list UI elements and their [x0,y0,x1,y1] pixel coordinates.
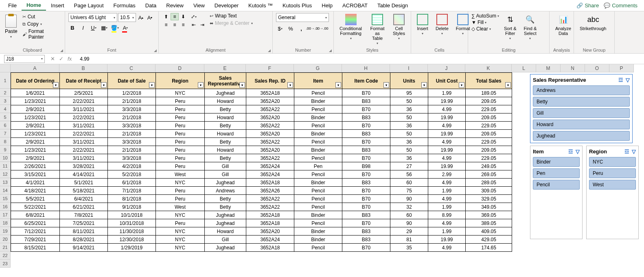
slicer-option[interactable]: Jughead [533,131,630,141]
table-row[interactable]: 2/9/20213/11/20213/3/2018PeruBetty3652A2… [11,154,512,162]
cell[interactable]: 7/12/2021 [11,227,60,236]
cell[interactable]: 3652A24 [246,236,294,244]
cell[interactable]: 3652A26 [246,187,294,195]
cell[interactable]: 19.99 [428,130,466,138]
cell[interactable]: 3/28/2021 [60,162,108,170]
align-left-button[interactable]: ≡ [162,21,170,28]
cell[interactable]: 3652A24 [246,170,294,179]
name-box[interactable]: J18▾ [4,55,45,63]
cell[interactable]: Pencil [294,122,342,130]
multi-select-icon[interactable]: ☲ [624,148,629,155]
cell[interactable]: 50 [390,146,428,154]
cell[interactable]: Jughead [205,179,246,187]
cell[interactable]: 1/29/2019 [108,244,156,252]
filter-dropdown-icon[interactable]: ▾ [101,82,107,88]
filter-dropdown-icon[interactable]: ▾ [421,82,427,88]
table-row[interactable]: 5/5/20216/4/20218/1/2018PeruBetty3652A22… [11,195,512,203]
cell[interactable]: 3652A20 [246,130,294,138]
cell[interactable]: 229.05 [466,105,512,113]
cell[interactable]: 3652A20 [246,113,294,122]
menu-review[interactable]: Review [161,1,188,10]
cell[interactable]: 3/3/2018 [108,154,156,162]
cell[interactable]: 3/11/2021 [60,105,108,113]
cell[interactable]: Binder [294,97,342,105]
cell[interactable]: 19.99 [428,113,466,122]
cell[interactable]: 3652A22 [246,138,294,146]
cell[interactable]: 3652A18 [246,219,294,227]
slicer-option[interactable]: Binder [533,157,580,167]
cell[interactable]: 9/1/2018 [108,203,156,211]
cell[interactable]: 3652A22 [246,195,294,203]
strikethrough-button[interactable]: abcStrikethrough [577,13,609,32]
cell[interactable]: 2/22/2021 [60,146,108,154]
cell[interactable]: B70 [342,89,390,97]
column-header-A[interactable]: A [11,64,59,72]
cell[interactable]: 3652A18 [246,244,294,252]
cell[interactable]: 8/15/2021 [11,244,60,252]
column-header-C[interactable]: C [107,64,156,72]
cell[interactable]: Peru [156,130,205,138]
row-header-23[interactable]: 23 [0,260,11,268]
cell[interactable]: 2/1/2018 [108,130,156,138]
cell[interactable]: 349.05 [466,203,512,211]
bold-button[interactable]: B [68,24,77,32]
cell[interactable]: 50 [390,130,428,138]
cell[interactable]: 4.99 [428,195,466,203]
filter-dropdown-icon[interactable]: ▾ [287,82,293,88]
cell[interactable]: 8/11/2021 [60,227,108,236]
cell[interactable]: 189.05 [466,89,512,97]
cell[interactable]: 3652A18 [246,211,294,219]
table-row[interactable]: 1/6/20212/5/20211/2/2018NYCJughead3652A1… [11,89,512,97]
row-header-12[interactable]: 12 [0,170,11,178]
column-header-B[interactable]: B [59,64,107,72]
cell[interactable]: 3/11/2021 [60,122,108,130]
fill-button[interactable]: ▼Fill▾ [471,20,499,25]
cell[interactable]: Binder [294,236,342,244]
row-header-8[interactable]: 8 [0,137,11,146]
multi-select-icon[interactable]: ☲ [618,77,623,83]
cell[interactable]: 309.05 [466,187,512,195]
cell[interactable]: 3652A22 [246,203,294,211]
analyze-data-button[interactable]: 📊Analyze Data [553,13,574,37]
cell[interactable]: Peru [156,219,205,227]
comma-button[interactable]: , [297,24,305,33]
cell[interactable]: 7/8/2021 [60,211,108,219]
slicer-option[interactable]: Gill [533,108,630,118]
cell[interactable]: NYC [156,236,205,244]
cell[interactable]: Peru [156,138,205,146]
cell[interactable]: Jughead [205,244,246,252]
cell[interactable]: 269.05 [466,170,512,179]
multi-select-icon[interactable]: ☲ [568,148,573,155]
filter-dropdown-icon[interactable]: ▾ [53,82,59,88]
cell[interactable]: Betty [205,105,246,113]
cell[interactable]: 60 [390,179,428,187]
cell[interactable]: 3/3/2018 [108,138,156,146]
cell[interactable]: 3/3/2018 [108,122,156,130]
row-header-14[interactable]: 14 [0,186,11,194]
menu-home[interactable]: Home [22,0,46,11]
row-header-19[interactable]: 19 [0,227,11,235]
font-name-select[interactable]: Univers 45 Light▾ [68,13,117,22]
cell[interactable]: B83 [342,146,390,154]
cell[interactable]: 5/1/2021 [60,179,108,187]
underline-button[interactable]: U▾ [90,24,98,32]
cell[interactable]: 60 [390,211,428,219]
cell[interactable]: 10/1/2018 [108,211,156,219]
cell[interactable]: 35 [390,244,428,252]
menu-kutools-[interactable]: Kutools ™ [243,1,278,10]
cell[interactable]: 2/1/2018 [108,97,156,105]
cut-button[interactable]: ✂Cut [22,14,61,20]
cell[interactable]: West [156,203,205,211]
table-header[interactable]: Date of Sale▾ [108,73,156,89]
find-select-button[interactable]: 🔍Find & Select▾ [521,13,539,41]
table-row[interactable]: 7/29/20218/28/202112/30/2018NYCGill3652A… [11,236,512,244]
cell[interactable]: Jughead [205,219,246,227]
cell[interactable]: Gill [205,162,246,170]
row-header-18[interactable]: 18 [0,219,11,227]
format-painter-button[interactable]: 🖌Format Painter [22,28,61,40]
cell[interactable]: 19.99 [428,146,466,154]
cell[interactable]: 6/8/2021 [11,211,60,219]
table-row[interactable]: 6/8/20217/8/202110/1/2018NYCJughead3652A… [11,211,512,219]
cell[interactable]: 1.99 [428,89,466,97]
cell[interactable]: 2/9/2021 [11,122,60,130]
